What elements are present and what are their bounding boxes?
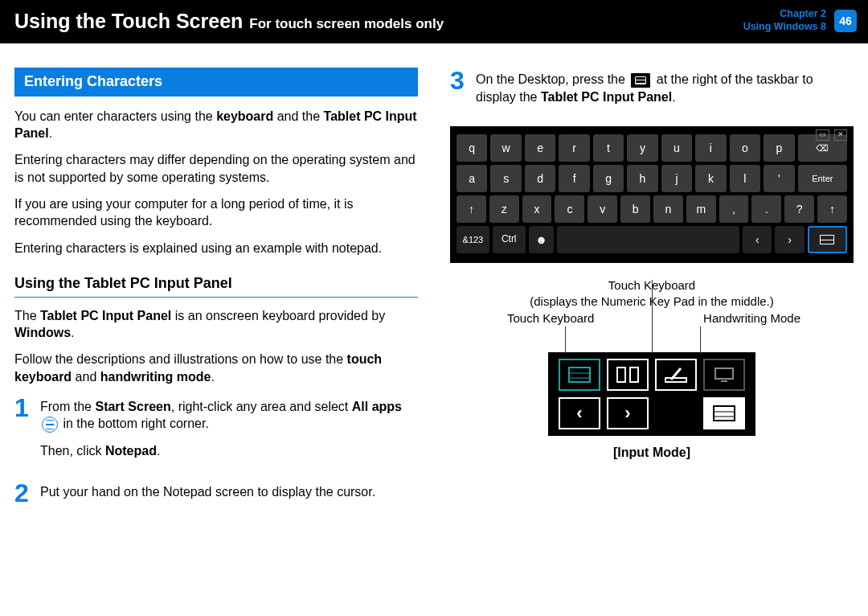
monitor-icon: [713, 367, 735, 383]
page-body: Entering Characters You can enter charac…: [0, 43, 868, 521]
key-t[interactable]: t: [593, 134, 624, 162]
svg-rect-0: [569, 368, 590, 382]
key-n[interactable]: n: [653, 195, 683, 223]
key-x[interactable]: x: [522, 195, 552, 223]
keyboard-close-icon[interactable]: ✕: [834, 129, 847, 141]
sub-para-2: Follow the descriptions and illustration…: [14, 351, 418, 385]
key-u[interactable]: u: [661, 134, 692, 162]
step-body: From the Start Screen, right-click any a…: [40, 395, 418, 469]
input-mode-dock[interactable]: [703, 359, 745, 391]
key-c[interactable]: c: [555, 195, 584, 223]
key-g[interactable]: g: [593, 165, 624, 192]
key-i[interactable]: i: [695, 134, 726, 162]
key-shift-left[interactable]: ↑: [457, 195, 486, 223]
keyboard-icon: [820, 235, 834, 244]
intro-para-2: Entering characters may differ depending…: [14, 151, 418, 186]
svg-rect-3: [617, 368, 625, 382]
key-period[interactable]: .: [751, 195, 781, 223]
key-k[interactable]: k: [695, 165, 726, 192]
step-body: Put your hand on the Notepad screen to d…: [40, 480, 375, 500]
key-l[interactable]: l: [730, 165, 760, 192]
key-b[interactable]: b: [620, 195, 650, 223]
key-numbers[interactable]: &123: [457, 226, 489, 253]
key-shift-right[interactable]: ↑: [817, 195, 847, 223]
input-mode-top-row: [555, 359, 749, 391]
input-mode-keyboard-toggle[interactable]: [703, 397, 745, 429]
header-title: Using the Touch Screen For touch screen …: [14, 10, 444, 33]
input-mode-touch-keyboard-split[interactable]: [607, 359, 649, 391]
sub-heading: Using the Tablet PC Input Panel: [14, 274, 418, 298]
key-question[interactable]: ?: [784, 195, 814, 223]
svg-rect-5: [665, 378, 686, 382]
keyboard-row-4: &123 Ctrl ☻ ‹ ›: [457, 226, 847, 253]
callout-line-icon: [565, 326, 566, 354]
step-2: 2 Put your hand on the Notepad screen to…: [14, 480, 418, 510]
chapter-info: Chapter 2 Using Windows 8: [743, 8, 826, 33]
step-1: 1 From the Start Screen, right-click any…: [14, 395, 418, 469]
step-3: 3 On the Desktop, press the at the right…: [450, 68, 854, 115]
page-number-badge: 46: [834, 10, 857, 32]
key-a[interactable]: a: [457, 165, 487, 192]
input-mode-prev[interactable]: ‹: [559, 397, 600, 429]
key-w[interactable]: w: [490, 134, 521, 162]
label-touch-keyboard: Touch Keyboard: [507, 310, 594, 326]
input-mode-touch-keyboard[interactable]: [559, 359, 600, 391]
page-header: Using the Touch Screen For touch screen …: [0, 0, 868, 43]
key-q[interactable]: q: [457, 134, 487, 162]
key-ctrl[interactable]: Ctrl: [493, 226, 526, 253]
key-h[interactable]: h: [627, 165, 657, 192]
input-mode-panel: ‹ ›: [548, 352, 755, 436]
key-e[interactable]: e: [525, 134, 555, 162]
handwriting-icon: [665, 367, 687, 383]
key-comma[interactable]: ,: [719, 195, 749, 223]
keyboard-row-1: q w e r t y u i o p ⌫: [457, 134, 847, 162]
key-j[interactable]: j: [661, 165, 692, 192]
key-d[interactable]: d: [525, 165, 555, 192]
key-keyboard-mode[interactable]: [808, 226, 847, 253]
chapter-sub-line: Using Windows 8: [743, 21, 826, 34]
key-left[interactable]: ‹: [743, 226, 772, 253]
left-column: Entering Characters You can enter charac…: [14, 68, 418, 521]
input-mode-caption: [Input Mode]: [613, 444, 690, 461]
chapter-line: Chapter 2: [743, 8, 826, 21]
keyboard-row-3: ↑ z x c v b n m , . ? ↑: [457, 195, 847, 223]
svg-rect-9: [714, 406, 735, 421]
input-mode-handwriting[interactable]: [655, 359, 697, 391]
input-mode-next[interactable]: ›: [607, 397, 649, 429]
keyboard-titlebar: ▭ ✕: [816, 129, 847, 141]
key-r[interactable]: r: [559, 134, 589, 162]
step-number: 3: [450, 68, 468, 115]
label-handwriting: Handwriting Mode: [703, 310, 800, 326]
key-p[interactable]: p: [764, 134, 794, 162]
step-number: 2: [14, 480, 32, 510]
sub-para-1: The Tablet PC Input Panel is an onscreen…: [14, 307, 418, 342]
section-title: Entering Characters: [14, 68, 418, 97]
key-v[interactable]: v: [588, 195, 617, 223]
input-mode-section: Touch Keyboard (displays the Numeric Key…: [450, 277, 854, 461]
step-number: 1: [14, 395, 32, 469]
keyboard-row-2: a s d f g h j k l ' Enter: [457, 165, 847, 192]
intro-para-3: If you are using your computer for a lon…: [14, 195, 418, 230]
key-y[interactable]: y: [627, 134, 657, 162]
keyboard-minimize-icon[interactable]: ▭: [816, 129, 829, 141]
key-enter[interactable]: Enter: [798, 165, 848, 192]
key-apostrophe[interactable]: ': [764, 165, 794, 192]
key-m[interactable]: m: [686, 195, 716, 223]
intro-para-4: Entering characters is explained using a…: [14, 240, 418, 257]
title-main: Using the Touch Screen: [14, 10, 243, 33]
emoji-icon: ☻: [535, 232, 547, 248]
right-column: 3 On the Desktop, press the at the right…: [450, 68, 854, 521]
callout-line-icon: [700, 326, 701, 354]
chevron-right-icon: ›: [624, 401, 630, 425]
callout-labels: Touch Keyboard Handwriting Mode: [547, 310, 756, 352]
key-space[interactable]: [557, 226, 739, 253]
key-s[interactable]: s: [490, 165, 521, 192]
key-o[interactable]: o: [730, 134, 760, 162]
key-emoji[interactable]: ☻: [529, 226, 555, 253]
key-z[interactable]: z: [489, 195, 519, 223]
key-f[interactable]: f: [559, 165, 589, 192]
step-body: On the Desktop, press the at the right o…: [476, 68, 854, 105]
intro-para-1: You can enter characters using the keybo…: [14, 108, 418, 142]
key-right[interactable]: ›: [775, 226, 804, 253]
keyboard-taskbar-icon: [630, 72, 651, 88]
